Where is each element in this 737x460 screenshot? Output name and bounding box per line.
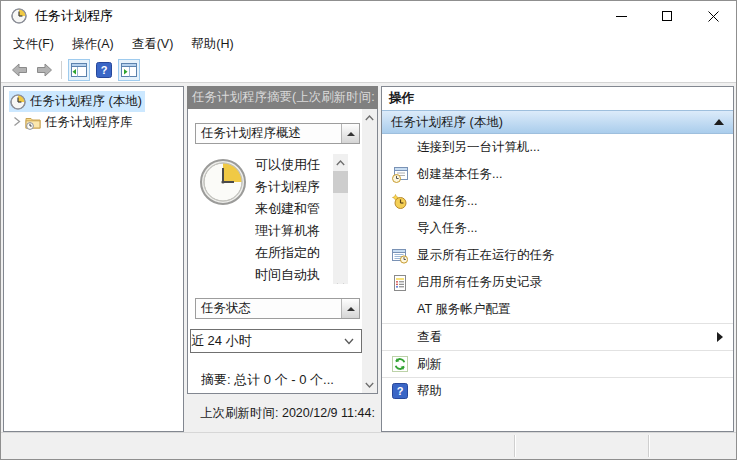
refresh-icon bbox=[392, 356, 408, 372]
action-refresh[interactable]: 刷新 bbox=[382, 350, 733, 377]
expand-chevron-icon[interactable] bbox=[9, 116, 25, 130]
action-display-running-tasks[interactable]: 显示所有正在运行的任务 bbox=[382, 242, 733, 269]
forward-button[interactable] bbox=[33, 59, 55, 81]
collapse-arrow-icon bbox=[347, 132, 355, 136]
svg-text:?: ? bbox=[397, 385, 404, 397]
empty-icon-slot bbox=[392, 140, 408, 156]
overview-scrollbar[interactable] bbox=[333, 154, 348, 284]
action-label: 创建任务... bbox=[417, 193, 477, 210]
running-tasks-icon bbox=[392, 248, 408, 264]
menu-view[interactable]: 查看(V) bbox=[123, 32, 183, 57]
forward-icon bbox=[36, 63, 53, 77]
menu-action[interactable]: 操作(A) bbox=[63, 32, 123, 57]
svg-text:?: ? bbox=[101, 64, 108, 76]
menu-help[interactable]: 帮助(H) bbox=[182, 32, 242, 57]
empty-icon-slot bbox=[392, 329, 408, 345]
close-button[interactable] bbox=[690, 1, 736, 31]
toolbar-separator bbox=[61, 61, 62, 79]
maximize-button[interactable] bbox=[644, 1, 690, 31]
actions-pane: 操作 任务计划程序 (本地) 连接到另一台计算机... bbox=[381, 86, 734, 432]
toolbar: ? bbox=[1, 57, 736, 83]
close-icon bbox=[708, 11, 719, 22]
maximize-icon bbox=[662, 11, 672, 21]
task-status-title: 任务状态 bbox=[201, 300, 251, 317]
window-title: 任务计划程序 bbox=[35, 7, 113, 25]
action-import-task[interactable]: 导入任务... bbox=[382, 215, 733, 242]
console-tree-pane: 任务计划程序 (本地) 任务计划程序库 bbox=[3, 86, 184, 432]
tree-item-task-scheduler-library[interactable]: 任务计划程序库 bbox=[4, 112, 183, 133]
clock-icon bbox=[10, 94, 26, 110]
help-icon: ? bbox=[96, 62, 112, 78]
overview-text: 可以使用任务计划程序来创建和管理计算机将在所指定的时间自动执 bbox=[255, 154, 329, 282]
summary-pane: 任务计划程序摘要(上次刷新时间: 2 任务计划程序概述 bbox=[187, 86, 378, 432]
app-clock-icon bbox=[11, 8, 27, 24]
overview-section-header[interactable]: 任务计划程序概述 bbox=[195, 123, 360, 144]
titlebar: 任务计划程序 bbox=[1, 1, 736, 31]
time-range-value: 最近 24 小时 bbox=[190, 332, 252, 350]
back-icon bbox=[11, 63, 28, 77]
action-help[interactable]: ? 帮助 bbox=[382, 377, 733, 404]
task-status-section-header[interactable]: 任务状态 bbox=[195, 298, 360, 319]
action-label: 刷新 bbox=[417, 356, 442, 373]
statusbar-separator bbox=[648, 435, 649, 457]
toolbar-help-button[interactable]: ? bbox=[93, 59, 115, 81]
collapse-arrow-icon bbox=[347, 307, 355, 311]
action-enable-task-history[interactable]: 启用所有任务历史记录 bbox=[382, 269, 733, 296]
summary-content: 任务计划程序概述 bbox=[188, 109, 362, 393]
show-console-tree-button[interactable] bbox=[68, 59, 90, 81]
action-create-basic-task[interactable]: 创建基本任务... bbox=[382, 161, 733, 188]
overview-section: 任务计划程序概述 bbox=[195, 123, 360, 284]
submenu-arrow-icon bbox=[717, 332, 723, 342]
status-summary-line: 摘要: 总计 0 个 - 0 个... bbox=[201, 371, 360, 389]
action-connect-to-another-computer[interactable]: 连接到另一台计算机... bbox=[382, 134, 733, 161]
action-view[interactable]: 查看 bbox=[382, 323, 733, 350]
window-controls bbox=[598, 1, 736, 31]
collapse-arrow-icon bbox=[714, 119, 724, 125]
summary-body: 任务计划程序概述 bbox=[187, 109, 378, 394]
collapse-button[interactable] bbox=[341, 124, 359, 143]
help-icon: ? bbox=[392, 383, 408, 399]
scrollbar-thumb[interactable] bbox=[333, 171, 348, 193]
tree-item-label: 任务计划程序库 bbox=[45, 114, 133, 131]
show-console-tree-icon bbox=[71, 63, 87, 77]
action-create-task[interactable]: 创建任务... bbox=[382, 188, 733, 215]
action-label: 查看 bbox=[417, 329, 442, 346]
action-label: 帮助 bbox=[417, 383, 442, 400]
task-history-icon bbox=[392, 275, 408, 291]
show-action-pane-button[interactable] bbox=[118, 59, 140, 81]
show-action-pane-icon bbox=[121, 63, 137, 77]
last-refresh-text: 上次刷新时间: 2020/12/9 11:44: bbox=[187, 394, 378, 432]
menubar: 文件(F) 操作(A) 查看(V) 帮助(H) bbox=[1, 31, 736, 57]
minimize-button[interactable] bbox=[598, 1, 644, 31]
task-status-section: 任务状态 最近 24 小时 摘要: 总计 0 个 - 0 个... bbox=[195, 298, 360, 389]
action-label: AT 服务帐户配置 bbox=[417, 301, 510, 318]
action-label: 显示所有正在运行的任务 bbox=[417, 247, 555, 264]
menu-file[interactable]: 文件(F) bbox=[4, 32, 63, 57]
action-at-service-account-configuration[interactable]: AT 服务帐户配置 bbox=[382, 296, 733, 323]
task-library-folder-icon bbox=[25, 115, 41, 131]
main-area: 任务计划程序 (本地) 任务计划程序库 任务计划程序摘要(上次刷新时间: 2 bbox=[1, 83, 736, 432]
selected-row-highlight: 任务计划程序 (本地) bbox=[9, 91, 145, 112]
collapse-button[interactable] bbox=[341, 299, 359, 318]
scroll-down-icon[interactable] bbox=[333, 278, 348, 284]
actions-pane-title: 操作 bbox=[382, 87, 733, 110]
statusbar-separator bbox=[514, 435, 515, 457]
scroll-up-icon[interactable] bbox=[362, 110, 377, 125]
back-button[interactable] bbox=[8, 59, 30, 81]
minimize-icon bbox=[616, 16, 627, 17]
scroll-up-icon[interactable] bbox=[333, 155, 348, 170]
empty-icon-slot bbox=[392, 302, 408, 318]
create-basic-task-icon bbox=[392, 167, 408, 183]
scroll-down-icon[interactable] bbox=[362, 377, 377, 392]
action-label: 导入任务... bbox=[417, 220, 477, 237]
task-scheduler-window: 任务计划程序 文件(F) 操作(A) 查看(V) 帮助(H) bbox=[0, 0, 737, 460]
empty-icon-slot bbox=[392, 221, 408, 237]
big-clock-icon bbox=[199, 158, 247, 206]
time-range-dropdown[interactable]: 最近 24 小时 bbox=[190, 329, 362, 353]
chevron-down-icon bbox=[344, 334, 354, 348]
statusbar bbox=[1, 432, 736, 459]
summary-scrollbar[interactable] bbox=[362, 109, 377, 393]
overview-content: 可以使用任务计划程序来创建和管理计算机将在所指定的时间自动执 bbox=[195, 144, 360, 284]
actions-group-header[interactable]: 任务计划程序 (本地) bbox=[382, 110, 733, 134]
tree-item-task-scheduler-local[interactable]: 任务计划程序 (本地) bbox=[4, 91, 183, 112]
